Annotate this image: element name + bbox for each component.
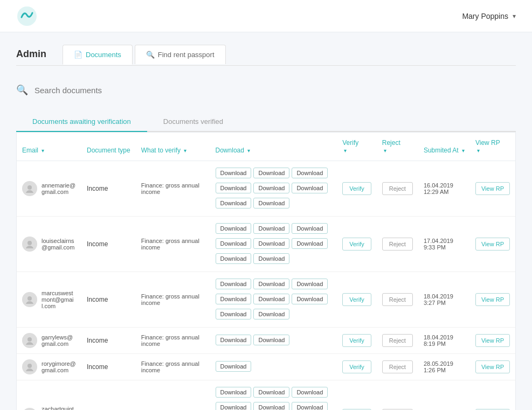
download-button[interactable]: Download	[216, 335, 252, 345]
search-input[interactable]	[34, 86, 250, 95]
download-cell: Download	[210, 354, 337, 380]
view-rp-button[interactable]: View RP	[475, 334, 510, 347]
col-what-to-verify: What to verify ▾	[136, 133, 210, 161]
header: Mary Poppins ▾	[0, 0, 532, 32]
email-text: louiseclairns@gmail.com	[42, 238, 76, 251]
download-button[interactable]: Download	[292, 387, 328, 398]
table-row: louiseclairns@gmail.com IncomeFinance: g…	[17, 217, 515, 272]
verify-cell: Verify	[337, 328, 377, 354]
view-rp-button[interactable]: View RP	[475, 238, 510, 251]
download-button[interactable]: Download	[216, 279, 252, 289]
tab-verified[interactable]: Documents verified	[147, 112, 239, 131]
download-button[interactable]: Download	[253, 168, 289, 178]
download-button[interactable]: Download	[292, 279, 328, 289]
email-cell: rorygimore@gmail.com	[17, 354, 81, 380]
download-button[interactable]: Download	[216, 223, 252, 234]
download-cell: DownloadDownloadDownloadDownloadDownload…	[210, 380, 337, 411]
download-button[interactable]: Download	[253, 253, 289, 264]
download-button[interactable]: Download	[253, 183, 289, 193]
reject-cell: Reject	[377, 272, 418, 328]
download-button[interactable]: Download	[216, 402, 252, 410]
view-rp-cell: View RP	[470, 328, 515, 354]
verify-cell: Verify	[337, 354, 377, 380]
download-button[interactable]: Download	[292, 168, 328, 178]
col-verify: Verify ▾	[337, 133, 377, 161]
download-button[interactable]: Download	[292, 183, 328, 193]
view-rp-button[interactable]: View RP	[475, 293, 510, 306]
download-button[interactable]: Download	[292, 294, 328, 304]
download-button[interactable]: Download	[216, 183, 252, 193]
email-cell: zachartquinto@gmail.com	[17, 380, 81, 411]
table-row: zachartquinto@gmail.com IncomeFinance: g…	[17, 380, 515, 411]
email-sort-icon[interactable]: ▾	[42, 148, 44, 154]
what-to-verify-sort-icon[interactable]: ▾	[184, 148, 186, 154]
submitted-at-cell: 17.04.20199:33 PM	[418, 217, 470, 272]
what-to-verify-cell: Finance: gross annual income	[136, 217, 210, 272]
avatar	[22, 359, 37, 374]
view-rp-button[interactable]: View RP	[475, 360, 510, 373]
download-button[interactable]: Download	[253, 223, 289, 234]
search-icon: 🔍	[16, 84, 28, 96]
download-button[interactable]: Download	[253, 238, 289, 249]
verify-button[interactable]: Verify	[342, 360, 371, 373]
download-button[interactable]: Download	[253, 335, 289, 345]
document-type-cell: Income	[81, 328, 136, 354]
document-type-cell: Income	[81, 161, 136, 217]
reject-button[interactable]: Reject	[382, 182, 413, 195]
table-row: rorygimore@gmail.com IncomeFinance: gros…	[17, 354, 515, 380]
download-button[interactable]: Download	[216, 238, 252, 249]
verify-button[interactable]: Verify	[342, 182, 371, 195]
reject-button[interactable]: Reject	[382, 293, 413, 306]
reject-sort-icon[interactable]: ▾	[384, 148, 386, 154]
avatar	[22, 333, 37, 348]
col-download: Download ▾	[210, 133, 337, 161]
what-to-verify-cell: Finance: gross annual income	[136, 161, 210, 217]
user-menu[interactable]: Mary Poppins ▾	[462, 12, 516, 20]
download-button[interactable]: Download	[216, 168, 252, 178]
download-button[interactable]: Download	[253, 279, 289, 289]
email-text: rorygimore@gmail.com	[42, 360, 76, 373]
verify-sort-icon[interactable]: ▾	[344, 148, 347, 154]
document-type-cell: Income	[81, 380, 136, 411]
download-button[interactable]: Download	[253, 309, 289, 319]
verify-button[interactable]: Verify	[342, 238, 371, 251]
what-to-verify-cell: Finance: gross annual income	[136, 272, 210, 328]
download-sort-icon[interactable]: ▾	[247, 148, 250, 154]
tab-awaiting-verification[interactable]: Documents awaiting verification	[16, 112, 147, 132]
tab-find-rent-passport[interactable]: 🔍 Find rent passport	[135, 45, 226, 64]
email-cell: garrylews@gmail.com	[17, 328, 81, 354]
document-type-cell: Income	[81, 217, 136, 272]
download-button[interactable]: Download	[253, 198, 289, 209]
download-button[interactable]: Download	[216, 309, 252, 319]
verify-button[interactable]: Verify	[342, 293, 371, 306]
download-button[interactable]: Download	[292, 223, 328, 234]
download-button[interactable]: Download	[216, 387, 252, 398]
submitted-sort-icon[interactable]: ▾	[462, 148, 465, 154]
view-rp-sort-icon[interactable]: ▾	[477, 148, 480, 154]
tab-documents[interactable]: 📄 Documents	[63, 45, 133, 65]
download-button[interactable]: Download	[292, 402, 328, 410]
document-type-cell: Income	[81, 272, 136, 328]
verify-button[interactable]: Verify	[342, 334, 371, 347]
download-button[interactable]: Download	[216, 294, 252, 304]
download-button[interactable]: Download	[216, 253, 252, 264]
view-rp-cell: View RP	[470, 380, 515, 411]
reject-button[interactable]: Reject	[382, 334, 413, 347]
download-button[interactable]: Download	[253, 294, 289, 304]
email-cell: marcuswestmont@gmail.com	[17, 272, 81, 328]
download-button[interactable]: Download	[216, 361, 252, 372]
reject-button[interactable]: Reject	[382, 360, 413, 373]
reject-button[interactable]: Reject	[382, 238, 413, 251]
svg-point-3	[27, 296, 32, 301]
download-button[interactable]: Download	[253, 387, 289, 398]
table-body: annemarie@gmail.com IncomeFinance: gross…	[17, 161, 515, 411]
download-button[interactable]: Download	[292, 238, 328, 249]
view-rp-button[interactable]: View RP	[475, 182, 510, 195]
download-button[interactable]: Download	[253, 402, 289, 410]
download-cell: DownloadDownload	[210, 328, 337, 354]
view-rp-cell: View RP	[470, 161, 515, 217]
view-rp-cell: View RP	[470, 354, 515, 380]
document-type-cell: Income	[81, 354, 136, 380]
view-rp-cell: View RP	[470, 217, 515, 272]
download-button[interactable]: Download	[216, 198, 252, 209]
